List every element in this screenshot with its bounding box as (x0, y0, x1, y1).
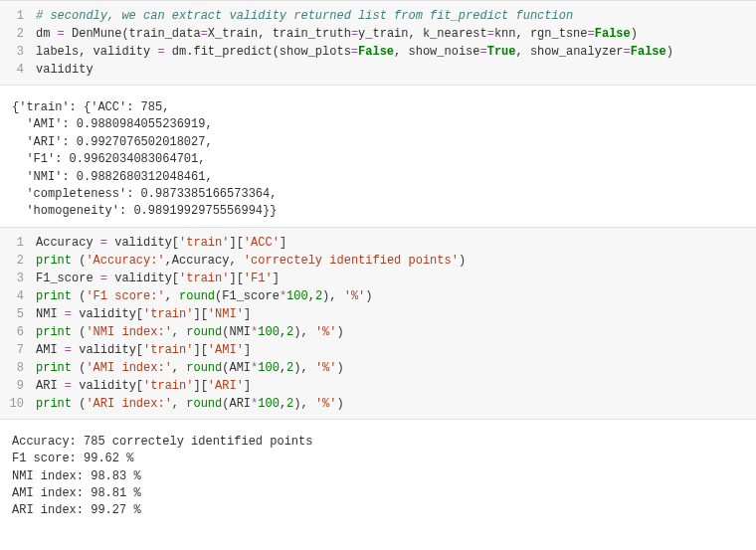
code-content[interactable]: print ('Accuracy:',Accuracy, 'correctely… (36, 252, 756, 270)
code-line[interactable]: 1Accuracy = validity['train']['ACC'] (0, 234, 756, 252)
code-line[interactable]: 4validity (0, 61, 756, 79)
code-line[interactable]: 5NMI = validity['train']['NMI'] (0, 305, 756, 323)
code-line[interactable]: 7AMI = validity['train']['AMI'] (0, 341, 756, 359)
line-number: 2 (0, 252, 36, 270)
code-line[interactable]: 10print ('ARI index:', round(ARI*100,2),… (0, 395, 756, 413)
code-line[interactable]: 8print ('AMI index:', round(AMI*100,2), … (0, 359, 756, 377)
line-number: 10 (0, 395, 36, 413)
code-content[interactable]: print ('ARI index:', round(ARI*100,2), '… (36, 395, 756, 413)
line-number: 3 (0, 43, 36, 61)
code-content[interactable]: labels, validity = dm.fit_predict(show_p… (36, 43, 756, 61)
line-number: 2 (0, 25, 36, 43)
code-cell-1[interactable]: 1# secondly, we can extract validity ret… (0, 0, 756, 86)
code-content[interactable]: NMI = validity['train']['NMI'] (36, 305, 756, 323)
code-content[interactable]: # secondly, we can extract validity retu… (36, 7, 756, 25)
code-content[interactable]: ARI = validity['train']['ARI'] (36, 377, 756, 395)
line-number: 1 (0, 7, 36, 25)
output-1: {'train': {'ACC': 785, 'AMI': 0.98809840… (0, 93, 756, 227)
code-line[interactable]: 3labels, validity = dm.fit_predict(show_… (0, 43, 756, 61)
line-number: 8 (0, 359, 36, 377)
line-number: 4 (0, 287, 36, 305)
line-number: 9 (0, 377, 36, 395)
code-line[interactable]: 9ARI = validity['train']['ARI'] (0, 377, 756, 395)
code-content[interactable]: Accuracy = validity['train']['ACC'] (36, 234, 756, 252)
code-line[interactable]: 4print ('F1 score:', round(F1_score*100,… (0, 287, 756, 305)
code-content[interactable]: dm = DenMune(train_data=X_train, train_t… (36, 25, 756, 43)
line-number: 7 (0, 341, 36, 359)
code-content[interactable]: AMI = validity['train']['AMI'] (36, 341, 756, 359)
code-content[interactable]: print ('F1 score:', round(F1_score*100,2… (36, 287, 756, 305)
code-content[interactable]: print ('NMI index:', round(NMI*100,2), '… (36, 323, 756, 341)
code-content[interactable]: print ('AMI index:', round(AMI*100,2), '… (36, 359, 756, 377)
code-line[interactable]: 6print ('NMI index:', round(NMI*100,2), … (0, 323, 756, 341)
line-number: 6 (0, 323, 36, 341)
code-line[interactable]: 3F1_score = validity['train']['F1'] (0, 270, 756, 287)
code-cell-2[interactable]: 1Accuracy = validity['train']['ACC']2pri… (0, 227, 756, 420)
code-line[interactable]: 2print ('Accuracy:',Accuracy, 'correctel… (0, 252, 756, 270)
code-content[interactable]: validity (36, 61, 756, 79)
line-number: 1 (0, 234, 36, 252)
line-number: 4 (0, 61, 36, 79)
code-content[interactable]: F1_score = validity['train']['F1'] (36, 270, 756, 287)
code-line[interactable]: 2dm = DenMune(train_data=X_train, train_… (0, 25, 756, 43)
line-number: 5 (0, 305, 36, 323)
line-number: 3 (0, 270, 36, 287)
output-2: Accuracy: 785 correctely identified poin… (0, 428, 756, 526)
code-line[interactable]: 1# secondly, we can extract validity ret… (0, 7, 756, 25)
